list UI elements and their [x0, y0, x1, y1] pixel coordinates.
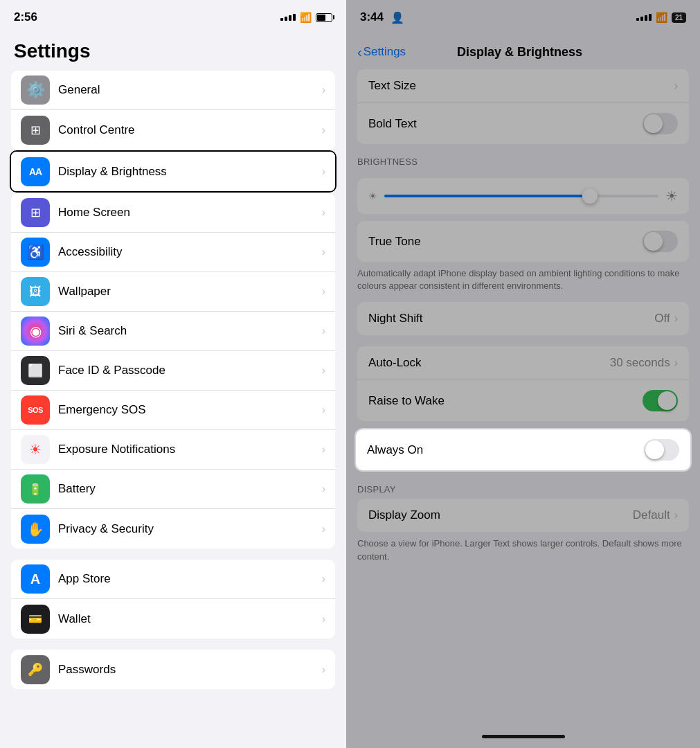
general-icon: ⚙️: [21, 75, 50, 105]
true-tone-group: True Tone: [357, 221, 689, 262]
sidebar-item-emergency-sos[interactable]: SOS Emergency SOS ›: [11, 391, 335, 430]
true-tone-toggle[interactable]: [643, 231, 678, 252]
sidebar-item-exposure[interactable]: ☀ Exposure Notifications ›: [11, 430, 335, 470]
text-size-group: Text Size › Bold Text: [357, 69, 689, 144]
sidebar-item-general[interactable]: ⚙️ General ›: [11, 71, 335, 110]
bold-text-item: Bold Text: [357, 103, 689, 144]
home-screen-icon: ⊞: [21, 198, 50, 227]
always-on-toggle[interactable]: [644, 439, 679, 461]
control-centre-label: Control Centre: [58, 123, 322, 137]
sidebar-item-face-id[interactable]: ⬜ Face ID & Passcode ›: [11, 351, 335, 391]
brightness-thumb: [582, 188, 598, 204]
sidebar-item-app-store[interactable]: A App Store ›: [11, 560, 335, 599]
brightness-slider[interactable]: [384, 195, 658, 197]
settings-group-4: 🔑 Passwords ›: [11, 650, 335, 689]
true-tone-item: True Tone: [357, 221, 689, 262]
back-label: Settings: [364, 45, 406, 59]
display-zoom-value: Default: [633, 508, 670, 522]
always-on-group: Always On: [355, 428, 692, 472]
raise-to-wake-item: Raise to Wake: [357, 380, 689, 421]
true-tone-label: True Tone: [368, 235, 643, 249]
display-zoom-description: Choose a view for iPhone. Larger Text sh…: [346, 532, 700, 572]
status-right-right: 📶 21: [636, 12, 686, 23]
sidebar-item-home-screen[interactable]: ⊞ Home Screen ›: [11, 193, 335, 233]
back-button[interactable]: ‹ Settings: [357, 44, 406, 60]
auto-lock-value: 30 seconds: [610, 356, 670, 370]
display-brightness-label: Display & Brightness: [58, 165, 322, 179]
sidebar-item-wallet[interactable]: 💳 Wallet ›: [11, 599, 335, 639]
bold-text-label: Bold Text: [368, 117, 643, 131]
sidebar-item-battery[interactable]: 🔋 Battery ›: [11, 470, 335, 509]
section-gap-1: [346, 335, 700, 346]
settings-group-1: ⚙️ General › ⊞ Control Centre ›: [11, 71, 335, 150]
wallet-icon: 💳: [21, 605, 50, 634]
battery-icon: [316, 13, 332, 22]
app-store-label: App Store: [58, 572, 322, 586]
passwords-icon: 🔑: [21, 655, 50, 684]
person-icon: 👤: [391, 11, 404, 24]
home-indicator: [346, 724, 700, 748]
raise-to-wake-toggle[interactable]: [643, 390, 678, 411]
nav-bar-right: ‹ Settings Display & Brightness: [346, 35, 700, 69]
brightness-max-icon: ☀: [665, 188, 678, 204]
text-size-item[interactable]: Text Size ›: [357, 69, 689, 103]
right-panel-title: Display & Brightness: [406, 45, 634, 60]
sidebar-item-passwords[interactable]: 🔑 Passwords ›: [11, 650, 335, 689]
face-id-icon: ⬜: [21, 356, 50, 385]
passwords-label: Passwords: [58, 663, 322, 677]
text-size-label: Text Size: [368, 79, 674, 93]
sidebar-item-control-centre[interactable]: ⊞ Control Centre ›: [11, 110, 335, 150]
brightness-fill: [384, 195, 590, 197]
settings-group-3: A App Store › 💳 Wallet ›: [11, 560, 335, 639]
siri-icon: ◉: [21, 317, 50, 346]
left-title-bar: Settings: [0, 35, 346, 71]
exposure-icon: ☀: [21, 435, 50, 464]
status-bar-left: 2:56 📶: [0, 0, 346, 35]
display-zoom-item[interactable]: Display Zoom Default ›: [357, 499, 689, 532]
face-id-label: Face ID & Passcode: [58, 364, 322, 377]
time-right: 3:44: [360, 10, 384, 24]
night-shift-group: Night Shift Off ›: [357, 302, 689, 335]
wallet-label: Wallet: [58, 612, 322, 626]
sidebar-item-siri-search[interactable]: ◉ Siri & Search ›: [11, 312, 335, 351]
status-left-right: 3:44 👤: [360, 10, 404, 24]
siri-label: Siri & Search: [58, 324, 322, 338]
bold-text-toggle[interactable]: [643, 113, 678, 134]
true-tone-description: Automatically adapt iPhone display based…: [346, 262, 700, 302]
always-on-label: Always On: [367, 443, 644, 457]
exposure-label: Exposure Notifications: [58, 443, 322, 456]
sidebar-item-privacy-security[interactable]: ✋ Privacy & Security ›: [11, 509, 335, 549]
wallpaper-label: Wallpaper: [58, 285, 322, 299]
status-bar-right: 3:44 👤 📶 21: [346, 0, 700, 35]
right-panel: 3:44 👤 📶 21 ‹ Settings Display & Brightn…: [346, 0, 700, 748]
battery-badge: 21: [672, 12, 686, 23]
raise-to-wake-label: Raise to Wake: [368, 394, 643, 408]
app-store-icon: A: [21, 564, 50, 594]
wifi-icon: 📶: [300, 12, 312, 23]
auto-lock-item[interactable]: Auto-Lock 30 seconds ›: [357, 346, 689, 380]
emergency-sos-label: Emergency SOS: [58, 403, 322, 417]
battery-icon-nav: 🔋: [21, 474, 50, 504]
always-on-item: Always On: [356, 429, 690, 470]
privacy-label: Privacy & Security: [58, 522, 322, 536]
sidebar-item-wallpaper[interactable]: 🖼 Wallpaper ›: [11, 272, 335, 312]
accessibility-label: Accessibility: [58, 245, 322, 259]
battery-label: Battery: [58, 482, 322, 496]
brightness-control: ☀ ☀: [357, 178, 689, 214]
night-shift-value: Off: [654, 312, 670, 326]
sidebar-item-display-brightness[interactable]: AA Display & Brightness ›: [10, 150, 336, 193]
settings-title: Settings: [14, 40, 90, 62]
status-icons-left: 📶: [280, 12, 332, 23]
display-zoom-label: Display Zoom: [368, 508, 633, 522]
sidebar-item-accessibility[interactable]: ♿ Accessibility ›: [11, 233, 335, 272]
night-shift-item[interactable]: Night Shift Off ›: [357, 302, 689, 335]
privacy-icon: ✋: [21, 515, 50, 544]
right-content: Text Size › Bold Text BRIGHTNESS ☀ ☀: [346, 69, 700, 724]
home-screen-label: Home Screen: [58, 206, 322, 220]
brightness-min-icon: ☀: [368, 190, 377, 202]
display-section-header: DISPLAY: [346, 472, 700, 499]
signal-icon-right: [636, 14, 652, 21]
back-chevron-icon: ‹: [357, 44, 362, 60]
display-zoom-group: Display Zoom Default ›: [357, 499, 689, 532]
brightness-row[interactable]: ☀ ☀: [368, 188, 678, 204]
